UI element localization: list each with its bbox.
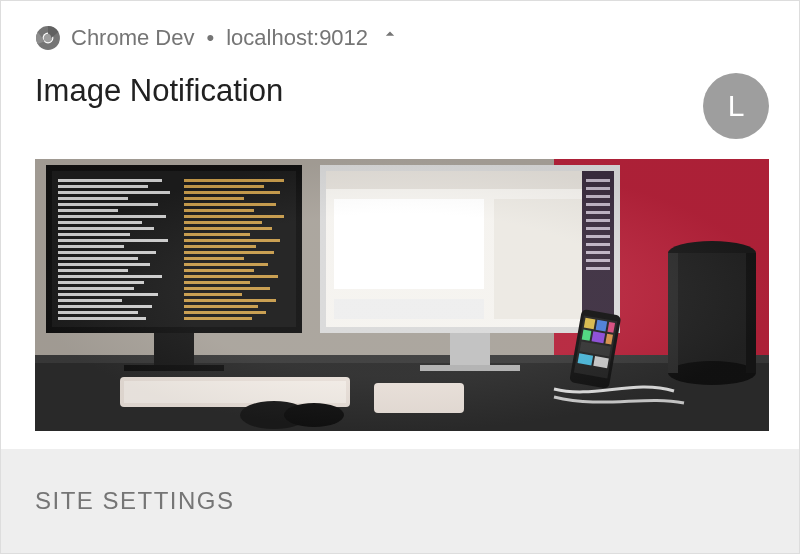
notification-card: Chrome Dev • localhost:9012 Image Notifi…	[1, 1, 799, 553]
separator-dot: •	[204, 25, 216, 51]
notification-actions: SITE SETTINGS	[1, 449, 799, 553]
title-row: Image Notification L	[1, 55, 799, 139]
notification-image-wrap	[1, 139, 799, 449]
app-badge: L	[703, 73, 769, 139]
notification-image	[35, 159, 769, 431]
notification-origin: localhost:9012	[226, 25, 368, 51]
svg-rect-101	[35, 159, 769, 431]
app-name: Chrome Dev	[71, 25, 194, 51]
notification-header[interactable]: Chrome Dev • localhost:9012	[1, 1, 799, 55]
site-settings-button[interactable]: SITE SETTINGS	[35, 487, 235, 515]
badge-letter: L	[728, 89, 745, 123]
notification-title: Image Notification	[35, 73, 283, 109]
chevron-up-icon[interactable]	[380, 24, 400, 49]
chrome-icon	[35, 25, 61, 51]
